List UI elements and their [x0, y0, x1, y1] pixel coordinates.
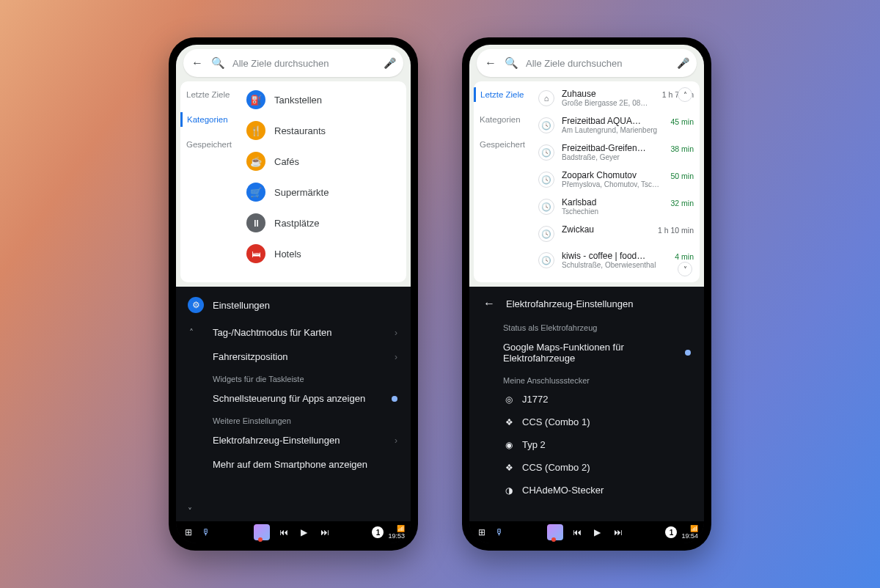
plug-row[interactable]: ❖ CCS (Combo 2) [469, 456, 704, 479]
tab-recent[interactable]: Letzte Ziele [186, 87, 242, 102]
phone-left: ← 🔍 Alle Ziele durchsuchen 🎤 Letzte Ziel… [169, 37, 418, 551]
tab-recent[interactable]: Letzte Ziele [474, 87, 535, 102]
category-label: Supermärkte [274, 187, 329, 198]
screen: ← 🔍 Alle Ziele durchsuchen 🎤 Letzte Ziel… [176, 45, 411, 543]
chevron-up-icon: ˄ [189, 328, 194, 338]
destination-item[interactable]: ⌂ Zuhause Große Biergasse 2E, 08056 Z… 1… [535, 84, 697, 111]
destination-title: Freizeitbad AQUA… [562, 116, 660, 126]
section-ev-status: Status als Elektrofahrzeug [469, 317, 704, 335]
search-bar[interactable]: ← 🔍 Alle Ziele durchsuchen 🎤 [183, 49, 403, 77]
category-item[interactable]: ⏸ Rastplätze [242, 207, 403, 238]
navbar: ⊞ 🎙 ⏮ ▶ ⏭ 1 📶 19:54 [469, 521, 704, 543]
destination-title: Zoopark Chomutov [562, 170, 660, 180]
signal-icon: 📶 [690, 525, 698, 532]
row-more-phone[interactable]: Mehr auf dem Smartphone anzeigen [176, 452, 411, 477]
destination-time: 50 min [667, 170, 694, 180]
side-tabs: Letzte Ziele Kategorien Gespeichert [474, 81, 535, 282]
scroll-up-icon[interactable]: ˄ [678, 87, 692, 102]
ev-settings-title: Elektrofahrzeug-Einstellungen [506, 298, 633, 309]
toggle-on-icon[interactable] [685, 350, 691, 356]
category-label: Cafés [274, 156, 299, 167]
next-icon[interactable]: ⏭ [318, 527, 331, 537]
clock-icon: 🕓 [538, 117, 554, 133]
destination-item[interactable]: 🕓 Freizeitbad-Greifen… Badstraße, Geyer … [535, 139, 697, 166]
destination-subtitle: Große Biergasse 2E, 08056 Z… [562, 99, 652, 107]
chevron-down-icon[interactable]: ˅ [188, 507, 192, 517]
category-icon: ☕ [246, 152, 265, 171]
gear-icon: ⚙ [188, 297, 204, 313]
tab-categories[interactable]: Kategorien [180, 112, 242, 127]
settings-title: Einstellungen [213, 300, 270, 311]
tab-categories[interactable]: Kategorien [480, 112, 535, 127]
tab-saved[interactable]: Gespeichert [480, 137, 535, 152]
scroll-down-icon[interactable]: ˅ [678, 262, 692, 276]
clock-icon: 🕓 [538, 199, 554, 215]
destination-item[interactable]: 🕓 Zwickau 1 h 10 min [535, 220, 697, 246]
destination-item[interactable]: 🕓 Karlsbad Tschechien 32 min [535, 193, 697, 220]
mic-icon[interactable]: 🎤 [677, 57, 689, 69]
tab-saved[interactable]: Gespeichert [186, 137, 242, 152]
search-bar[interactable]: ← 🔍 Alle Ziele durchsuchen 🎤 [477, 49, 697, 77]
clock-icon: 🕓 [538, 252, 554, 268]
row-quickcontrol[interactable]: Schnellsteuerung für Apps anzeigen [176, 386, 411, 411]
prev-icon[interactable]: ⏮ [571, 527, 584, 537]
album-art[interactable] [547, 524, 563, 540]
destination-item[interactable]: 🕓 kiwis - coffee | food… Schulstraße, Ob… [535, 246, 697, 273]
search-placeholder: Alle Ziele durchsuchen [526, 58, 670, 69]
category-item[interactable]: 🛏 Hotels [242, 238, 403, 269]
destination-item[interactable]: 🕓 Freizeitbad AQUA… Am Lautengrund, Mari… [535, 111, 697, 139]
dashboard-icon[interactable]: ⊞ [182, 527, 195, 537]
row-ev-settings[interactable]: Elektrofahrzeug-Einstellungen › [176, 428, 411, 452]
row-daynight[interactable]: ˄ Tag-/Nachtmodus für Karten › [176, 320, 411, 345]
navbar: ⊞ 🎙 ⏮ ▶ ⏭ 1 📶 19:53 [176, 521, 411, 543]
toggle-on-icon[interactable] [392, 396, 397, 402]
prev-icon[interactable]: ⏮ [277, 527, 290, 537]
side-tabs: Letzte Ziele Kategorien Gespeichert [180, 81, 242, 282]
category-label: Hotels [274, 249, 301, 260]
chevron-right-icon: › [395, 328, 397, 338]
mic-icon[interactable]: 🎤 [384, 57, 396, 69]
plug-row[interactable]: ◎ J1772 [469, 388, 704, 411]
plug-label: Typ 2 [522, 439, 546, 450]
category-item[interactable]: 🛒 Supermärkte [242, 177, 403, 207]
plug-row[interactable]: ❖ CCS (Combo 1) [469, 411, 704, 433]
assistant-icon[interactable]: 🎙 [493, 527, 506, 537]
notification-badge[interactable]: 1 [372, 526, 384, 538]
category-icon: 🍴 [246, 121, 265, 140]
back-icon[interactable]: ← [191, 56, 204, 70]
play-icon[interactable]: ▶ [591, 527, 604, 537]
row-seat[interactable]: Fahrersitzposition › [176, 345, 411, 369]
category-item[interactable]: ⛽ Tankstellen [242, 84, 403, 115]
notification-badge[interactable]: 1 [665, 526, 677, 538]
dashboard-icon[interactable]: ⊞ [475, 527, 488, 537]
destination-time: 32 min [667, 197, 694, 207]
search-icon: 🔍 [211, 56, 225, 70]
section-more: Weitere Einstellungen [176, 411, 411, 428]
next-icon[interactable]: ⏭ [612, 527, 625, 537]
destination-subtitle: Přemyslova, Chomutov, Tsche… [562, 180, 660, 188]
plug-row[interactable]: ◉ Typ 2 [469, 433, 704, 456]
clock: 19:53 [388, 533, 405, 540]
back-icon[interactable]: ← [484, 56, 497, 70]
destination-subtitle: Badstraße, Geyer [562, 153, 660, 161]
play-icon[interactable]: ▶ [298, 527, 311, 537]
settings-panel: ⚙ Einstellungen ˄ Tag-/Nachtmodus für Ka… [176, 287, 411, 521]
category-item[interactable]: ☕ Cafés [242, 146, 403, 177]
destination-title: kiwis - coffee | food… [562, 251, 664, 261]
plug-icon: ◉ [503, 440, 515, 450]
plug-row[interactable]: ◑ CHAdeMO-Stecker [469, 479, 704, 501]
album-art[interactable] [254, 524, 270, 540]
clock: 19:54 [681, 533, 698, 540]
row-ev-features[interactable]: Google Maps-Funktionen für Elektrofahrze… [469, 335, 704, 370]
screen: ← 🔍 Alle Ziele durchsuchen 🎤 Letzte Ziel… [469, 45, 704, 543]
search-icon: 🔍 [505, 56, 518, 70]
back-icon[interactable]: ← [481, 297, 497, 310]
assistant-icon[interactable]: 🎙 [199, 527, 213, 537]
destination-item[interactable]: 🕓 Zoopark Chomutov Přemyslova, Chomutov,… [535, 166, 697, 193]
category-item[interactable]: 🍴 Restaurants [242, 115, 403, 146]
clock-icon: 🕓 [538, 172, 554, 188]
maps-panel: ← 🔍 Alle Ziele durchsuchen 🎤 Letzte Ziel… [469, 45, 704, 287]
chevron-right-icon: › [395, 436, 397, 446]
destination-time: 38 min [667, 143, 694, 153]
clock-icon: 🕓 [538, 226, 554, 242]
